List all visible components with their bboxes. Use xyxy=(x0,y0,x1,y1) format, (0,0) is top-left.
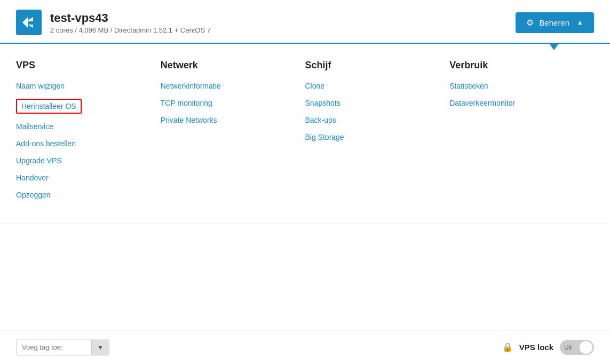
menu-column-netwerk: NetwerkNetwerkinformatieTCP monitoringPr… xyxy=(161,60,305,208)
menu-item-naam-wijzigen[interactable]: Naam wijzigen xyxy=(16,82,150,90)
menu-column-title-2: Schijf xyxy=(305,60,439,71)
menu-item-private-networks[interactable]: Private Networks xyxy=(161,116,295,124)
toggle-state-label: Uit xyxy=(564,344,572,351)
header-info: test-vps43 2 cores / 4.096 MB / Directad… xyxy=(50,11,211,34)
svg-marker-0 xyxy=(22,17,33,28)
menu-column-schijf: SchijfCloneSnapshotsBack-upsBig Storage xyxy=(305,60,450,208)
toggle-knob xyxy=(580,341,592,354)
menu-item-upgrade-vps[interactable]: Upgrade VPS xyxy=(16,156,150,165)
menu-item-netwerkinformatie[interactable]: Netwerkinformatie xyxy=(161,82,295,90)
logo-icon xyxy=(16,10,42,35)
menu-column-title-3: Verbruik xyxy=(449,60,583,71)
menu-item-add-ons-bestellen[interactable]: Add-ons bestellen xyxy=(16,139,150,148)
gear-icon: ⚙ xyxy=(526,18,534,28)
tag-dropdown-button[interactable]: ▼ xyxy=(91,340,109,355)
menu-item-herinstalleer-os[interactable]: Herinstalleer OS xyxy=(16,99,82,114)
dropdown-indicator xyxy=(549,43,559,50)
vps-lock-section: 🔒 VPS lock Uit xyxy=(502,340,594,355)
lock-icon: 🔒 xyxy=(502,342,513,352)
vps-lock-label: VPS lock xyxy=(519,343,553,352)
menu-column-title-0: VPS xyxy=(16,60,150,71)
menu-item-back-ups[interactable]: Back-ups xyxy=(305,116,439,124)
menu-item-big-storage[interactable]: Big Storage xyxy=(305,133,439,141)
menu-item-statistieken[interactable]: Statistieken xyxy=(449,82,583,90)
beheren-label: Beheren xyxy=(539,18,569,27)
footer-bar: ▼ 🔒 VPS lock Uit xyxy=(0,330,610,364)
menu-column-vps: VPSNaam wijzigenHerinstalleer OSMailserv… xyxy=(16,60,161,208)
tag-input-wrapper: ▼ xyxy=(16,339,109,355)
vps-lock-toggle[interactable]: Uit xyxy=(560,340,594,355)
page-wrapper: test-vps43 2 cores / 4.096 MB / Directad… xyxy=(0,0,610,364)
menu-column-verbruik: VerbruikStatistiekenDataverkeermonitor xyxy=(449,60,594,208)
menu-item-opzeggen[interactable]: Opzeggen xyxy=(16,191,150,199)
menu-item-mailservice[interactable]: Mailservice xyxy=(16,122,150,131)
menu-item-tcp-monitoring[interactable]: TCP monitoring xyxy=(161,99,295,107)
menu-item-dataverkeermonitor[interactable]: Dataverkeermonitor xyxy=(449,99,583,107)
beheren-button[interactable]: ⚙ Beheren ▲ xyxy=(516,12,594,33)
dropdown-menu: VPSNaam wijzigenHerinstalleer OSMailserv… xyxy=(0,44,610,224)
header: test-vps43 2 cores / 4.096 MB / Directad… xyxy=(0,0,610,44)
page-title: test-vps43 xyxy=(50,11,211,25)
chevron-up-icon: ▲ xyxy=(577,19,583,26)
menu-item-handover[interactable]: Handover xyxy=(16,173,150,182)
header-left: test-vps43 2 cores / 4.096 MB / Directad… xyxy=(16,10,211,35)
header-subtitle: 2 cores / 4.096 MB / Directadmin 1.52.1 … xyxy=(50,26,211,34)
menu-item-clone[interactable]: Clone xyxy=(305,82,439,90)
tag-input[interactable] xyxy=(17,339,91,355)
menu-column-title-1: Netwerk xyxy=(161,60,295,71)
menu-item-snapshots[interactable]: Snapshots xyxy=(305,99,439,107)
